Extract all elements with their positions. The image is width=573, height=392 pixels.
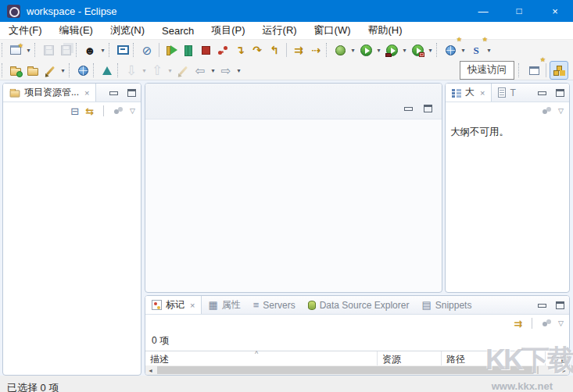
new-wizard-button[interactable]: ★: [7, 41, 24, 59]
filter-icon[interactable]: ⇉: [514, 318, 522, 330]
window-close-button[interactable]: ×: [537, 0, 573, 22]
back-dropdown[interactable]: ▾: [209, 62, 217, 79]
view-menu-icon[interactable]: [113, 107, 124, 115]
explorer-panel-buttons: [109, 84, 136, 102]
profile-dropdown[interactable]: ▾: [426, 41, 435, 59]
coverage-dropdown[interactable]: ▾: [400, 41, 409, 59]
validate-button[interactable]: [98, 62, 116, 79]
collapse-all-icon[interactable]: ⊟: [70, 105, 79, 117]
new-web-wizard-dropdown[interactable]: ▾: [459, 41, 467, 59]
minimize-panel-icon[interactable]: [538, 91, 546, 95]
save-button[interactable]: [40, 41, 57, 59]
tab-servers[interactable]: ≡ Servers: [247, 296, 302, 314]
open-perspective-button[interactable]: ★: [525, 62, 543, 79]
view-menu-dropdown-icon[interactable]: ▽: [558, 107, 564, 115]
web-browser-button[interactable]: [74, 62, 91, 79]
breakpoints-button[interactable]: [214, 41, 231, 59]
forward-button[interactable]: ⇨: [217, 62, 235, 79]
maximize-panel-icon[interactable]: [556, 89, 564, 97]
explorer-content[interactable]: [3, 119, 141, 359]
editor-content[interactable]: [145, 119, 442, 292]
user-button[interactable]: ☻: [81, 41, 98, 59]
push-up-button[interactable]: ⇧: [149, 62, 166, 79]
maximize-panel-icon[interactable]: [556, 301, 564, 309]
tab-close-icon[interactable]: ×: [480, 88, 485, 98]
back-button[interactable]: ⇦: [192, 62, 209, 79]
outline-tab-label: 大: [465, 86, 475, 99]
run-to-line-button[interactable]: ⇢: [307, 41, 324, 59]
menu-search[interactable]: Search: [153, 22, 202, 39]
resource-perspective-button[interactable]: [550, 61, 568, 80]
step-over-button[interactable]: ↷: [249, 41, 266, 59]
view-menu-icon[interactable]: [542, 319, 552, 327]
maximize-panel-icon[interactable]: [127, 89, 136, 97]
quick-access-input[interactable]: 快速访问: [460, 61, 514, 80]
step-into-button[interactable]: ↴: [231, 41, 249, 59]
view-menu-dropdown-icon[interactable]: ▽: [130, 107, 135, 115]
link-with-editor-icon[interactable]: ⇆: [85, 105, 94, 117]
pull-down-dropdown[interactable]: ▾: [140, 62, 149, 79]
new-web-wizard-button[interactable]: ★: [442, 41, 459, 59]
new-service-wizard-button[interactable]: S★: [467, 41, 485, 59]
tab-markers[interactable]: 标记 ×: [145, 296, 202, 314]
maximize-panel-icon[interactable]: [424, 105, 432, 112]
minimize-panel-icon[interactable]: [109, 91, 118, 95]
view-menu-dropdown-icon[interactable]: ▽: [558, 319, 564, 327]
tab-data-source-explorer[interactable]: Data Source Explorer: [302, 296, 416, 314]
tab-close-icon[interactable]: ×: [84, 88, 89, 98]
minimize-panel-icon[interactable]: [404, 107, 413, 111]
tab-outline[interactable]: 大 ×: [446, 84, 492, 102]
markers-count: 0 项: [145, 332, 569, 351]
menu-run[interactable]: 运行(R): [254, 22, 306, 39]
push-up-dropdown[interactable]: ▾: [166, 62, 174, 79]
minimize-panel-icon[interactable]: [538, 304, 546, 308]
skip-breakpoints-button[interactable]: ⊘: [138, 41, 156, 59]
resource-perspective-icon: [553, 66, 564, 76]
scroll-left-icon[interactable]: ◄: [145, 368, 156, 373]
star-icon: ★: [18, 43, 23, 49]
suspend-button[interactable]: [180, 41, 197, 59]
save-all-button[interactable]: [57, 41, 74, 59]
forward-dropdown[interactable]: ▾: [235, 62, 243, 79]
tab-close-icon[interactable]: ×: [190, 301, 195, 310]
menu-window[interactable]: 窗口(W): [306, 22, 360, 39]
debug-dropdown[interactable]: ▾: [349, 41, 357, 59]
run-button[interactable]: [357, 41, 374, 59]
new-wizard-dropdown[interactable]: ▾: [24, 41, 33, 59]
debug-button[interactable]: [331, 41, 349, 59]
new-service-wizard-dropdown[interactable]: ▾: [485, 41, 493, 59]
window-maximize-button[interactable]: □: [501, 0, 537, 22]
menu-help[interactable]: 帮助(H): [360, 22, 411, 39]
tab-snippets[interactable]: ▤ Snippets: [415, 296, 478, 314]
user-dropdown[interactable]: ▾: [98, 41, 107, 59]
selection-status: 已选择 0 项: [7, 381, 59, 392]
profile-button[interactable]: [409, 41, 426, 59]
open-folder-green-button[interactable]: [7, 62, 24, 79]
menu-navigate[interactable]: 浏览(N): [102, 22, 153, 39]
tab-properties[interactable]: ▦ 属性: [202, 296, 246, 314]
menu-edit[interactable]: 编辑(E): [51, 22, 102, 39]
last-edit-location-button[interactable]: [174, 62, 192, 79]
pull-down-icon: ⇩: [126, 64, 137, 77]
step-filters-icon: ⇉: [294, 45, 303, 55]
step-return-button[interactable]: ↰: [266, 41, 283, 59]
tab-task-list[interactable]: T: [492, 84, 521, 102]
pen-dropdown[interactable]: ▾: [59, 62, 67, 79]
pull-down-button[interactable]: ⇩: [123, 62, 140, 79]
tab-project-explorer[interactable]: 项目资源管... ×: [3, 84, 96, 102]
window-minimize-button[interactable]: —: [465, 0, 501, 22]
menu-project[interactable]: 项目(P): [202, 22, 253, 39]
scrollbar-thumb[interactable]: [157, 366, 539, 374]
run-dropdown[interactable]: ▾: [374, 41, 383, 59]
scroll-right-icon[interactable]: ►: [559, 368, 569, 373]
terminate-button[interactable]: [197, 41, 214, 59]
use-step-filters-button[interactable]: ⇉: [290, 41, 307, 59]
resume-button[interactable]: [163, 41, 180, 59]
view-menu-icon[interactable]: [542, 107, 552, 115]
pen-button[interactable]: [41, 62, 59, 79]
menu-file[interactable]: 文件(F): [0, 22, 51, 39]
open-folder-button[interactable]: [24, 62, 41, 79]
horizontal-scrollbar[interactable]: ◄ ►: [145, 365, 569, 375]
coverage-button[interactable]: [383, 41, 400, 59]
open-console-button[interactable]: [114, 41, 131, 59]
